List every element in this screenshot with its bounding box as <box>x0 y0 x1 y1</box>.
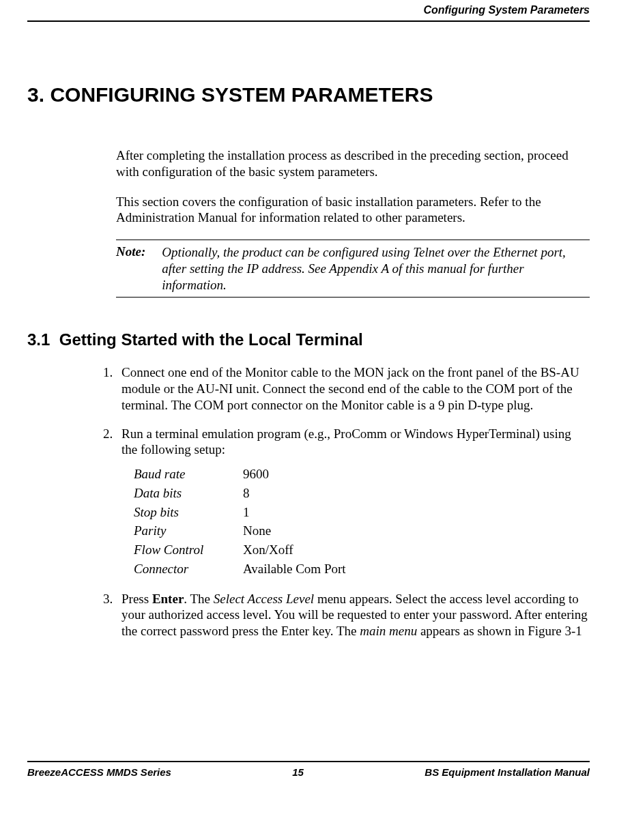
step-3-text: Press Enter. The Select Access Level men… <box>121 591 590 639</box>
chapter-title: CONFIGURING SYSTEM PARAMETERS <box>50 83 433 106</box>
setting-name: Baud rate <box>134 465 243 484</box>
section-heading: 3.1 Getting Started with the Local Termi… <box>27 330 590 349</box>
table-row: Baud rate9600 <box>134 465 346 484</box>
page-footer: BreezeACCESS MMDS Series 15 BS Equipment… <box>27 761 590 792</box>
section-title: Getting Started with the Local Terminal <box>59 330 363 349</box>
setting-value: Xon/Xoff <box>243 540 346 560</box>
step-3: Press Enter. The Select Access Level men… <box>116 591 590 639</box>
page-header: Configuring System Parameters <box>27 0 590 22</box>
step-3-mid1: . The <box>184 592 213 606</box>
table-row: Flow ControlXon/Xoff <box>134 540 346 560</box>
setting-name: Connector <box>134 560 243 579</box>
step-1: Connect one end of the Monitor cable to … <box>116 364 590 413</box>
settings-table: Baud rate9600 Data bits8 Stop bits1 Pari… <box>134 465 346 579</box>
footer-right: BS Equipment Installation Manual <box>425 766 590 778</box>
chapter-number: 3. <box>27 83 44 106</box>
footer-page-number: 15 <box>292 766 304 778</box>
step-3-mainmenu: main menu <box>360 624 417 638</box>
chapter-heading: 3. CONFIGURING SYSTEM PARAMETERS <box>27 83 590 106</box>
step-3-select-access: Select Access Level <box>214 592 314 606</box>
step-2: Run a terminal emulation program (e.g., … <box>116 426 590 579</box>
section-number: 3.1 <box>27 330 50 349</box>
step-1-text: Connect one end of the Monitor cable to … <box>121 364 590 413</box>
note-label: Note: <box>116 244 162 293</box>
header-title: Configuring System Parameters <box>423 4 590 16</box>
setting-value: None <box>243 521 346 540</box>
setting-name: Parity <box>134 521 243 540</box>
setting-value: Available Com Port <box>243 560 346 579</box>
note-text: Optionally, the product can be configure… <box>162 244 590 293</box>
note-box: Note: Optionally, the product can be con… <box>116 240 590 298</box>
intro-block: After completing the installation proces… <box>116 147 590 226</box>
setting-value: 9600 <box>243 465 346 484</box>
setting-name: Stop bits <box>134 503 243 522</box>
steps-list: Connect one end of the Monitor cable to … <box>116 364 590 639</box>
page: Configuring System Parameters 3. CONFIGU… <box>0 0 617 792</box>
step-3-pre: Press <box>121 592 152 606</box>
step-2-text: Run a terminal emulation program (e.g., … <box>121 426 590 459</box>
setting-value: 1 <box>243 503 346 522</box>
intro-para-2: This section covers the configuration of… <box>116 194 590 227</box>
intro-para-1: After completing the installation proces… <box>116 147 590 180</box>
setting-value: 8 <box>243 484 346 503</box>
table-row: ParityNone <box>134 521 346 540</box>
table-row: ConnectorAvailable Com Port <box>134 560 346 579</box>
setting-name: Flow Control <box>134 540 243 560</box>
footer-left: BreezeACCESS MMDS Series <box>27 766 171 778</box>
table-row: Stop bits1 <box>134 503 346 522</box>
setting-name: Data bits <box>134 484 243 503</box>
table-row: Data bits8 <box>134 484 346 503</box>
step-3-post: appears as shown in Figure 3-1 <box>417 624 582 638</box>
step-3-enter: Enter <box>152 592 184 606</box>
